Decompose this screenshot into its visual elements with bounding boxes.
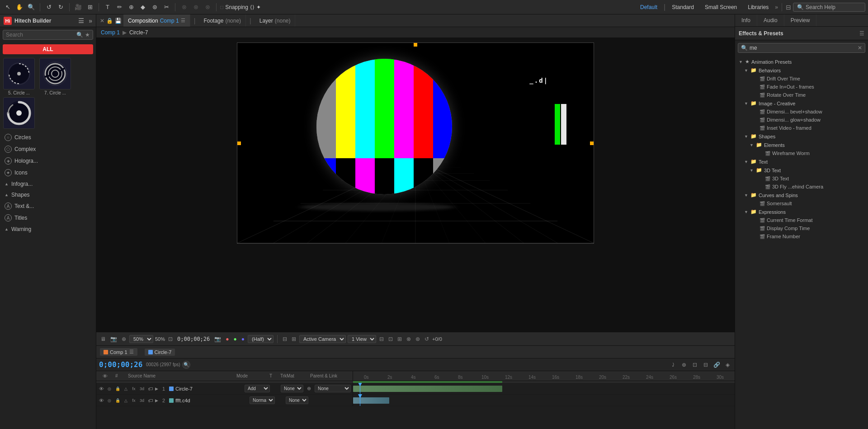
viewer-3d-icon[interactable]: ⊕ [120, 335, 127, 343]
tree-item-framenum[interactable]: 🎬 Frame Number [741, 232, 868, 240]
layer-3d-1[interactable]: 3d [139, 386, 145, 392]
snapshot-icon[interactable]: 📷 [213, 335, 222, 343]
layer-name-1[interactable]: Circle-7 [175, 386, 243, 391]
timeline-comp-menu[interactable]: ☰ [129, 349, 134, 355]
workspace-libraries[interactable]: Libraries [743, 3, 773, 11]
layer-right-2[interactable] [353, 395, 735, 406]
layer-vis-1[interactable]: 👁 [98, 386, 104, 392]
fit-icon[interactable]: ⊡ [167, 335, 174, 343]
elements-header[interactable]: ▼ 📁 Elements [746, 141, 868, 149]
tree-item-3dfly[interactable]: 🎬 3D Fly ...ehind Camera [746, 183, 868, 191]
tree-item-somersault[interactable]: 🎬 Somersault [741, 199, 868, 207]
3d-text-header[interactable]: ▼ 📁 3D Text [746, 166, 868, 174]
snapping-icon[interactable]: ⟨⟩ [250, 4, 255, 10]
layer-3d-2[interactable]: 3d [139, 397, 145, 404]
vt-icon-1[interactable]: ⊟ [378, 335, 385, 343]
camera-icon[interactable]: 🎥 [73, 2, 83, 12]
cat-complex[interactable]: ⬡ Complex [0, 143, 96, 155]
tab-layer[interactable]: Layer (none) [255, 14, 296, 27]
tree-item-drift[interactable]: 🎬 Drift Over Time [741, 75, 868, 83]
layer-solo-2[interactable]: ◎ [106, 397, 113, 404]
panel-collapse-btn[interactable]: » [89, 17, 92, 24]
tab-close-icon[interactable]: ✕ [100, 18, 104, 24]
vt-icon-2[interactable]: ⊡ [387, 335, 394, 343]
thumb-item-2[interactable]: 7. Circle ... [38, 58, 72, 95]
layer-effect-2[interactable]: fx [131, 397, 137, 404]
color-correction-icon3[interactable]: ● [240, 335, 246, 343]
rp-tab-audio[interactable]: Audio [757, 14, 784, 26]
ep-search-input[interactable] [750, 45, 856, 51]
tl-icon-2[interactable]: ⊕ [679, 360, 689, 369]
quality-select[interactable]: (Half) [248, 335, 274, 343]
more-workspaces-btn[interactable]: » [775, 4, 778, 10]
plugin-search-icon[interactable]: 🔍 [76, 32, 83, 38]
layer-label-2[interactable]: 🏷 [147, 397, 153, 404]
tl-icon-4[interactable]: ⊟ [701, 360, 710, 369]
tree-item-currtimefmt[interactable]: 🎬 Current Time Format [741, 216, 868, 224]
layer-trkmat-2[interactable]: None [286, 396, 308, 404]
tab-footage[interactable]: Footage (none) [199, 14, 246, 27]
shape-tool-icon[interactable]: ✏ [114, 2, 124, 12]
animation-presets-header[interactable]: ▼ ★ Animation Presets [735, 57, 868, 66]
tl-search-btn[interactable]: 🔍 [182, 361, 190, 369]
tl-icon-6[interactable]: ◈ [723, 360, 732, 369]
timeline-comp-tab[interactable]: Comp 1 ☰ [100, 348, 137, 356]
layer-right-1[interactable] [353, 383, 735, 394]
cat-text[interactable]: A Text &... [0, 200, 96, 212]
panel-menu-btn[interactable]: ☰ [78, 17, 84, 24]
workspace-smallscreen[interactable]: Small Screen [700, 3, 741, 11]
undo-icon[interactable]: ↺ [44, 2, 54, 12]
tree-item-wireframe[interactable]: 🎬 Wireframe Worm [746, 149, 868, 157]
roto-tool-icon[interactable]: ⊛ [150, 2, 160, 12]
ep-menu-btn[interactable]: ☰ [859, 30, 864, 37]
layer-shy-2[interactable]: △ [123, 397, 129, 404]
breadcrumb-comp[interactable]: Comp 1 [101, 29, 120, 36]
redo-icon[interactable]: ↻ [56, 2, 66, 12]
shapes-header[interactable]: ▼ 📁 Shapes [741, 132, 868, 141]
vt-icon-3[interactable]: ⊞ [396, 335, 403, 343]
viewer-camera-icon[interactable]: 📷 [109, 335, 118, 343]
region-icon[interactable]: ⊟ [281, 335, 288, 343]
zoom-select[interactable]: 50% [129, 335, 153, 343]
tree-item-glow[interactable]: 🎬 Dimensi... glow+shadow [741, 116, 868, 124]
cat-icons[interactable]: ★ Icons [0, 167, 96, 179]
magnet-icon[interactable]: ✦ [256, 4, 261, 10]
layer-effect-1[interactable]: fx [131, 386, 137, 392]
thumb-item-1[interactable]: 5. Circle ... [2, 58, 36, 95]
tl-icon-5[interactable]: 🔗 [712, 360, 721, 369]
workspace-standard[interactable]: Standard [667, 3, 698, 11]
thumb-item-3[interactable] [2, 97, 36, 130]
tree-item-fadeinout[interactable]: 🎬 Fade In+Out - frames [741, 83, 868, 91]
tree-item-3dtext[interactable]: 🎬 3D Text [746, 174, 868, 183]
ep-search-clear[interactable]: ✕ [858, 45, 862, 51]
tree-item-inset[interactable]: 🎬 Inset Video - framed [741, 124, 868, 132]
brush-tool-icon[interactable]: ⊕ [126, 2, 136, 12]
layer-mode-1[interactable]: Add [245, 385, 270, 392]
layer-name-2[interactable]: ffft.c4d [175, 398, 248, 403]
layer-expand-1[interactable]: ▶ [155, 387, 158, 391]
handle-right[interactable] [590, 141, 594, 145]
clone-tool-icon[interactable]: ◆ [138, 2, 148, 12]
camera-select[interactable]: Active Camera [299, 335, 346, 343]
vt-icon-5[interactable]: ⊛ [414, 335, 421, 343]
pen-tool-icon[interactable]: T [103, 2, 113, 12]
cat-circles[interactable]: ○ Circles [0, 132, 96, 143]
extra-tool-1[interactable]: ⊗ [179, 2, 189, 12]
plugin-search-input[interactable] [6, 32, 75, 38]
view-select[interactable]: 1 View [348, 335, 376, 343]
rp-tab-info[interactable]: Info [735, 14, 757, 26]
tree-item-bevel[interactable]: 🎬 Dimensi... bevel+shadow [741, 108, 868, 116]
layer-shy-1[interactable]: △ [123, 386, 129, 392]
cat-shapes[interactable]: ▲ Shapes [0, 189, 96, 200]
all-button[interactable]: ALL [3, 44, 93, 54]
rp-tab-preview[interactable]: Preview [784, 14, 817, 26]
color-correction-icon[interactable]: ● [224, 335, 230, 343]
layer-lock-1[interactable]: 🔒 [114, 386, 121, 392]
grid-icon[interactable]: ⊞ [85, 2, 95, 12]
refresh-icon[interactable]: ↺ [423, 335, 430, 343]
tab-lock-icon[interactable]: 🔒 [106, 18, 113, 24]
vt-icon-4[interactable]: ⊗ [405, 335, 412, 343]
layer-mode-2[interactable]: Normal [250, 396, 275, 404]
select-tool-icon[interactable]: ↖ [3, 2, 13, 12]
layer-vis-2[interactable]: 👁 [98, 397, 104, 404]
